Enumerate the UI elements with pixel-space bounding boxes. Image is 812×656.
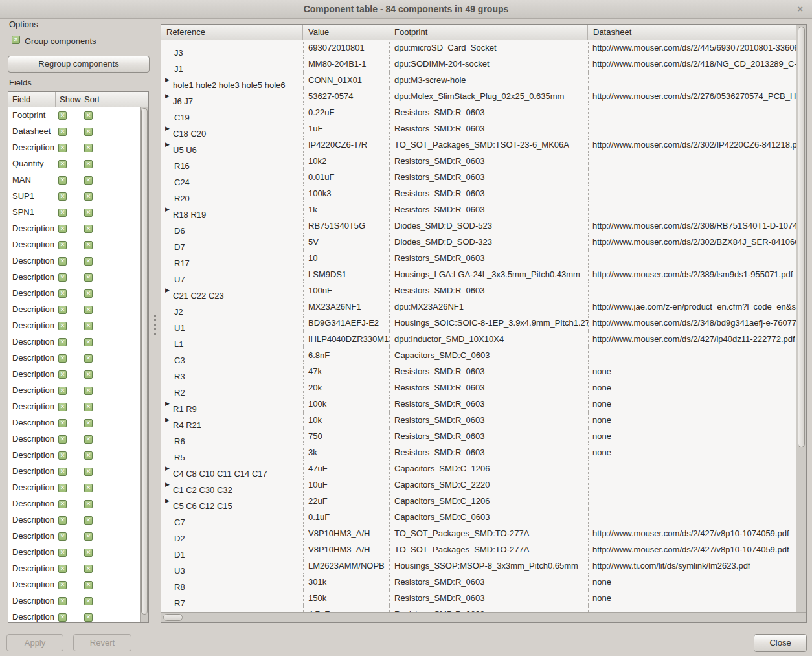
fields-header-field[interactable]: Field [8,92,56,107]
cell-footprint[interactable]: dpu:SODIMM-204-socket [389,56,588,72]
field-sort-checkbox[interactable]: ✕ [84,241,93,249]
table-row[interactable]: ▶hole1 hole2 hole3 hole5 hole6CONN_01X01… [161,72,796,88]
group-components-checkbox[interactable]: ✕ [12,36,20,44]
cell-datasheet[interactable] [588,347,796,363]
cell-datasheet[interactable]: none [588,396,796,412]
cell-value[interactable]: 1k [303,201,389,218]
cell-value[interactable]: RB751S40T5G [303,218,389,234]
field-show-checkbox[interactable]: ✕ [58,370,67,379]
cell-reference[interactable]: C9 [161,606,303,612]
field-sort-checkbox[interactable]: ✕ [84,532,93,541]
cell-value[interactable]: 6.8nF [303,347,389,363]
cell-datasheet[interactable]: http://www.mouser.com/ds/2/418/NG_CD_201… [588,56,796,72]
cell-datasheet[interactable] [588,120,796,137]
cell-datasheet[interactable]: none [588,574,796,590]
field-sort-checkbox[interactable]: ✕ [84,468,93,476]
field-show-checkbox[interactable]: ✕ [58,354,67,363]
field-row[interactable]: Description✕✕ [8,285,140,301]
field-show-checkbox[interactable]: ✕ [58,160,67,168]
field-sort-checkbox[interactable]: ✕ [84,484,93,492]
vertical-scrollbar-thumb[interactable] [798,27,805,447]
cell-footprint[interactable]: Capacitors_SMD:C_1206 [389,460,588,477]
fields-header-sort[interactable]: Sort [80,92,148,107]
cell-value[interactable]: 10 [303,250,389,266]
field-show-checkbox[interactable]: ✕ [58,613,67,622]
table-row[interactable]: R20100k3Resistors_SMD:R_0603 [161,185,796,201]
field-row[interactable]: Description✕✕ [8,447,140,463]
field-show-checkbox[interactable]: ✕ [58,516,67,525]
field-show-checkbox[interactable]: ✕ [58,192,67,201]
column-header-footprint[interactable]: Footprint [389,25,588,40]
field-show-checkbox[interactable]: ✕ [58,387,67,395]
field-row[interactable]: Description✕✕ [8,382,140,398]
field-sort-checkbox[interactable]: ✕ [84,225,93,233]
fields-scrollbar-thumb[interactable] [141,108,148,615]
cell-reference[interactable]: ▶R18 R19 [161,201,303,218]
field-sort-checkbox[interactable]: ✕ [84,111,93,120]
field-sort-checkbox[interactable]: ✕ [84,451,93,460]
table-row[interactable]: R347kResistors_SMD:R_0603none [161,363,796,379]
cell-value[interactable]: 693072010801 [303,40,389,56]
table-row[interactable]: R8301kResistors_SMD:R_0603none [161,574,796,590]
field-row[interactable]: Description✕✕ [8,236,140,253]
horizontal-scrollbar[interactable] [161,612,796,622]
cell-footprint[interactable]: Resistors_SMD:R_0603 [389,363,588,379]
cell-reference[interactable]: R7 [161,590,303,606]
apply-changes-button[interactable]: Apply Changes [6,634,63,651]
table-row[interactable]: R7150kResistors_SMD:R_0603none [161,590,796,606]
cell-value[interactable]: MM80-204B1-1 [303,56,389,72]
table-row[interactable]: C94.7nFResistors_SMD:R_0603 [161,606,796,612]
field-sort-checkbox[interactable]: ✕ [84,289,93,298]
cell-value[interactable]: BD9G341AEFJ-E2 [303,315,389,331]
cell-datasheet[interactable]: http://www.mouser.com/ds/2/427/lp40dz11-… [588,331,796,347]
field-sort-checkbox[interactable]: ✕ [84,581,93,589]
table-row[interactable]: C36.8nFCapacitors_SMD:C_0603 [161,347,796,363]
cell-reference[interactable]: ▶C5 C6 C12 C15 [161,493,303,509]
field-show-checkbox[interactable]: ✕ [58,209,67,217]
field-show-checkbox[interactable]: ✕ [58,532,67,541]
table-row[interactable]: R1710Resistors_SMD:R_0603 [161,250,796,266]
cell-footprint[interactable]: Resistors_SMD:R_0603 [389,428,588,444]
cell-reference[interactable]: C7 [161,509,303,525]
cell-footprint[interactable]: Capacitors_SMD:C_2220 [389,477,588,493]
cell-reference[interactable]: J1 [161,56,303,72]
cell-datasheet[interactable] [588,169,796,185]
cell-value[interactable]: 10uF [303,477,389,493]
field-sort-checkbox[interactable]: ✕ [84,419,93,427]
field-row[interactable]: Description✕✕ [8,495,140,512]
field-row[interactable]: Description✕✕ [8,414,140,431]
cell-reference[interactable]: R5 [161,444,303,460]
panel-splitter-handle[interactable] [153,315,157,335]
window-titlebar[interactable]: Component table - 84 components in 49 gr… [0,0,812,19]
field-row[interactable]: Description✕✕ [8,334,140,350]
cell-reference[interactable]: R3 [161,363,303,379]
cell-datasheet[interactable]: http://www.jae.com/z-en/product_en.cfm?l… [588,299,796,315]
table-row[interactable]: ▶R18 R191kResistors_SMD:R_0603 [161,201,796,218]
cell-footprint[interactable]: dpu:microSD_Card_Socket [389,40,588,56]
cell-footprint[interactable]: Resistors_SMD:R_0603 [389,104,588,120]
cell-value[interactable]: 4.7nF [303,606,389,612]
cell-value[interactable]: LM2623AMM/NOPB [303,558,389,574]
cell-datasheet[interactable]: http://www.mouser.com/ds/2/389/lsm9ds1-9… [588,266,796,282]
cell-reference[interactable]: U7 [161,266,303,282]
cell-reference[interactable]: C3 [161,347,303,363]
field-row[interactable]: Description✕✕ [8,576,140,593]
field-sort-checkbox[interactable]: ✕ [84,338,93,346]
expander-icon[interactable]: ▶ [165,137,173,153]
expander-icon[interactable]: ▶ [165,120,173,137]
field-row[interactable]: Description✕✕ [8,220,140,236]
cell-datasheet[interactable]: none [588,412,796,428]
cell-value[interactable]: 750 [303,428,389,444]
cell-reference[interactable]: R2 [161,379,303,396]
field-sort-checkbox[interactable]: ✕ [84,257,93,266]
field-show-checkbox[interactable]: ✕ [58,241,67,249]
table-row[interactable]: U1BD9G341AEFJ-E2Housings_SOIC:SOIC-8-1EP… [161,315,796,331]
cell-reference[interactable]: ▶J6 J7 [161,88,303,104]
cell-datasheet[interactable]: http://www.mouser.com/ds/2/308/RB751S40T… [588,218,796,234]
field-row[interactable]: Description✕✕ [8,317,140,334]
cell-datasheet[interactable]: none [588,444,796,460]
revert-changes-button[interactable]: Revert Changes [73,634,131,651]
table-row[interactable]: ▶C18 C201uFResistors_SMD:R_0603 [161,120,796,137]
expander-icon[interactable]: ▶ [165,201,173,218]
field-show-checkbox[interactable]: ✕ [58,435,67,444]
